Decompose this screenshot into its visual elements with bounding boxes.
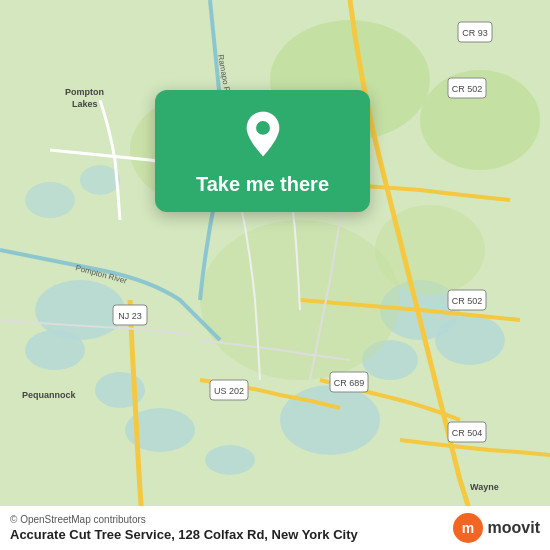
svg-point-37 bbox=[256, 121, 270, 135]
svg-text:Pequannock: Pequannock bbox=[22, 390, 77, 400]
svg-text:Pompton: Pompton bbox=[65, 87, 104, 97]
moovit-icon: m bbox=[452, 512, 484, 544]
bottom-left: © OpenStreetMap contributors Accurate Cu… bbox=[10, 514, 358, 542]
svg-text:Wayne: Wayne bbox=[470, 482, 499, 492]
map-svg: CR 93 CR 502 CR 502 CR 689 CR 504 NJ 23 … bbox=[0, 0, 550, 550]
svg-text:Lakes: Lakes bbox=[72, 99, 98, 109]
take-me-there-button[interactable]: Take me there bbox=[196, 172, 329, 196]
svg-text:NJ 23: NJ 23 bbox=[118, 311, 142, 321]
svg-text:CR 504: CR 504 bbox=[452, 428, 483, 438]
location-pin-icon bbox=[237, 108, 289, 160]
svg-text:m: m bbox=[461, 520, 473, 536]
svg-text:CR 689: CR 689 bbox=[334, 378, 365, 388]
svg-text:CR 502: CR 502 bbox=[452, 296, 483, 306]
moovit-label: moovit bbox=[488, 519, 540, 537]
map-container: CR 93 CR 502 CR 502 CR 689 CR 504 NJ 23 … bbox=[0, 0, 550, 550]
bottom-bar: © OpenStreetMap contributors Accurate Cu… bbox=[0, 506, 550, 550]
svg-text:US 202: US 202 bbox=[214, 386, 244, 396]
osm-attribution: © OpenStreetMap contributors bbox=[10, 514, 358, 525]
moovit-logo: m moovit bbox=[452, 512, 540, 544]
location-name: Accurate Cut Tree Service, 128 Colfax Rd… bbox=[10, 527, 358, 542]
location-card: Take me there bbox=[155, 90, 370, 212]
svg-text:CR 502: CR 502 bbox=[452, 84, 483, 94]
svg-text:CR 93: CR 93 bbox=[462, 28, 488, 38]
